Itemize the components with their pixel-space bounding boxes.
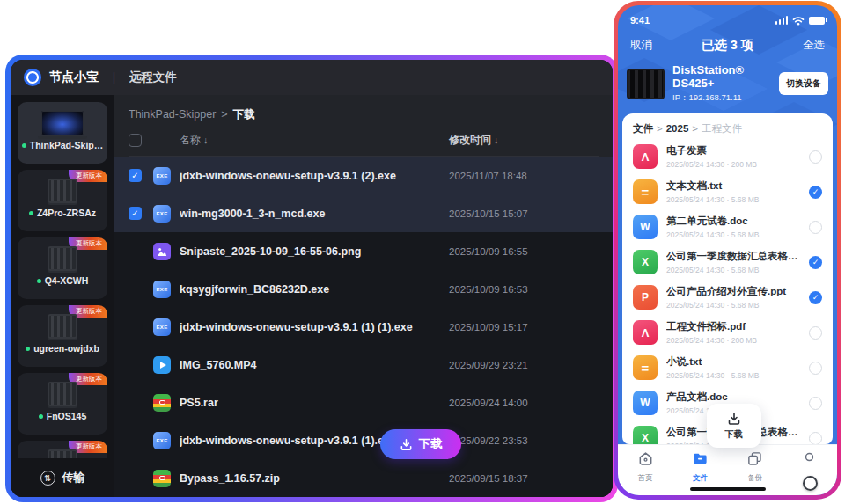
- table-row[interactable]: EXEjdxb-windows-onewu-setup-v3.9.1 (1) (…: [114, 308, 613, 346]
- breadcrumb-item[interactable]: 2025: [666, 123, 689, 134]
- row-checkbox-checked[interactable]: ✓: [129, 207, 142, 220]
- list-item[interactable]: W第二单元试卷.doc2025/05/24 14:30 · 5.68 MB: [622, 209, 833, 245]
- transfer-label: 传输: [62, 470, 85, 486]
- online-dot-icon: [37, 279, 41, 283]
- device-card[interactable]: 更新版本ugreen-owjdxb: [18, 305, 107, 367]
- home-indicator: [690, 487, 766, 491]
- checkbox-unchecked[interactable]: [809, 221, 822, 234]
- file-meta: 2025/05/24 14:30 · 5.68 MB: [666, 230, 800, 239]
- column-header-mtime[interactable]: 修改时间↓: [449, 133, 599, 148]
- file-name: 小说.txt: [666, 355, 800, 369]
- table-row[interactable]: EXEjdxb-windows-onewu-setup-v3.9.1 (1).e…: [114, 421, 613, 459]
- cancel-button[interactable]: 取消: [630, 38, 652, 53]
- select-all-checkbox[interactable]: [129, 134, 142, 147]
- switch-device-button[interactable]: 切换设备: [779, 72, 828, 95]
- list-item[interactable]: =小说.txt2025/05/24 14:30 · 5.68 MB: [622, 350, 833, 385]
- breadcrumb-parent[interactable]: ThinkPad-Skipper: [129, 108, 216, 121]
- txt-file-icon: =: [633, 179, 658, 204]
- breadcrumb-separator: >: [221, 108, 227, 121]
- file-meta: 2025/05/24 14:30 · 5.68 MB: [666, 371, 800, 380]
- file-name: 文本文档.txt: [666, 179, 800, 193]
- file-mtime: 2025/10/09 15:17: [449, 322, 599, 332]
- list-item[interactable]: Λ电子发票2025/05/24 14:30 · 200 MB: [622, 139, 833, 174]
- breadcrumb-current: 下载: [233, 107, 255, 122]
- file-pane: ThinkPad-Skipper > 下载 名称↓ 修改时间↓: [114, 95, 613, 497]
- table-row[interactable]: ✓EXEjdxb-windows-onewu-setup-v3.9.1 (2).…: [114, 157, 613, 194]
- device-card[interactable]: 更新版本Z4Pro-ZRSAz: [18, 170, 107, 231]
- tab-home[interactable]: 首页: [622, 450, 668, 484]
- checkbox-unchecked[interactable]: [809, 150, 822, 164]
- row-checkbox-checked[interactable]: ✓: [129, 169, 142, 182]
- table-row[interactable]: IMG_5760.MP42025/09/29 23:21: [114, 346, 613, 383]
- backup-icon: [746, 450, 763, 471]
- exe-file-icon: EXE: [153, 167, 171, 185]
- phone-breadcrumb: 文件>2025>工程文件: [622, 113, 833, 139]
- status-time: 9:41: [630, 15, 650, 26]
- table-row[interactable]: Snipaste_2025-10-09_16-55-06.png2025/10/…: [114, 232, 613, 270]
- tab-folder[interactable]: 文件: [677, 450, 723, 484]
- phone-frame: 9:41 取消 已选 3 项 全选 Di: [614, 1, 841, 500]
- checkbox-checked[interactable]: ✓: [809, 291, 822, 304]
- file-name: IMG_5760.MP4: [180, 359, 449, 371]
- breadcrumb: ThinkPad-Skipper > 下载: [129, 104, 599, 125]
- online-dot-icon: [39, 414, 43, 419]
- device-name: DiskStation® DS425+: [672, 63, 771, 90]
- file-mtime: 2025/10/09 16:53: [449, 284, 599, 295]
- tab-backup[interactable]: 备份: [732, 450, 778, 484]
- device-card[interactable]: 更新版本Q4-XCWH: [18, 237, 107, 299]
- title-divider: ｜: [108, 69, 120, 85]
- pdf-file-icon: Λ: [633, 320, 658, 345]
- profile-icon: [801, 450, 818, 471]
- desktop-window: 节点小宝 ｜ 远程文件 ThinkPad-Skip…更新版本Z4Pro-ZRSA…: [11, 60, 613, 497]
- phone-download-button[interactable]: 下载: [707, 404, 761, 448]
- file-meta: 2025/05/24 14:30 · 5.68 MB: [666, 195, 800, 204]
- table-row[interactable]: ✓EXEwin-mg3000-1_3-n_mcd.exe2025/10/15 1…: [114, 194, 613, 232]
- app-logo-icon: [23, 68, 42, 87]
- checkbox-checked[interactable]: ✓: [809, 186, 822, 199]
- xls-file-icon: X: [633, 426, 658, 444]
- titlebar: 节点小宝 ｜ 远程文件: [11, 60, 613, 95]
- file-name: 公司第一季度数据汇总表格.xls: [666, 250, 800, 263]
- file-mtime: 2025/10/15 15:07: [449, 208, 599, 219]
- list-item[interactable]: Λ工程文件招标.pdf2025/05/24 14:30 · 200 MB: [622, 315, 833, 350]
- nas-thumbnail-icon: [48, 246, 77, 271]
- select-all-button[interactable]: 全选: [803, 38, 825, 53]
- zip-file-icon: [153, 470, 171, 487]
- laptop-thumbnail-icon: [41, 111, 84, 135]
- device-card[interactable]: 更新版本FnOS145: [18, 373, 107, 435]
- file-name: kqsygjforwin_BC86232D.exe: [180, 283, 449, 296]
- breadcrumb-item-current: 工程文件: [702, 123, 742, 134]
- file-mtime: 2025/10/09 16:55: [449, 246, 599, 257]
- sidebar-item-transfer[interactable]: ⇅ 传输: [11, 458, 114, 497]
- checkbox-unchecked[interactable]: [809, 432, 822, 445]
- nas-device-image: [627, 69, 665, 99]
- device-card[interactable]: ThinkPad-Skip…: [18, 102, 107, 164]
- exe-file-icon: EXE: [153, 281, 171, 298]
- table-row[interactable]: Bypass_1.16.57.zip2025/09/15 18:37: [114, 459, 613, 497]
- device-name: ThinkPad-Skip…: [18, 140, 107, 150]
- file-name: 第二单元试卷.doc: [666, 215, 800, 228]
- file-meta: 2025/05/24 14:30 · 5.68 MB: [666, 266, 800, 274]
- rar-file-icon: [153, 394, 171, 412]
- list-item[interactable]: P公司产品介绍对外宣传.ppt2025/05/24 14:30 · 5.68 M…: [622, 280, 833, 315]
- list-item[interactable]: =文本文档.txt2025/05/24 14:30 · 5.68 MB✓: [622, 174, 833, 209]
- table-row[interactable]: PS5.rar2025/09/24 14:00: [114, 383, 613, 421]
- selection-bar: 取消 已选 3 项 全选: [618, 28, 837, 59]
- file-mtime: 2025/09/24 14:00: [449, 398, 599, 408]
- checkbox-unchecked[interactable]: [809, 326, 822, 340]
- list-item[interactable]: X公司第一季度数据汇总表格.xls2025/05/24 14:30 · 5.68…: [622, 245, 833, 280]
- checkbox-unchecked[interactable]: [809, 397, 822, 410]
- download-button[interactable]: 下载: [380, 429, 461, 459]
- table-row[interactable]: EXEkqsygjforwin_BC86232D.exe2025/10/09 1…: [114, 270, 613, 308]
- file-meta: 2025/05/24 14:30 · 5.68 MB: [666, 301, 800, 310]
- checkbox-checked[interactable]: ✓: [809, 256, 822, 269]
- download-icon: [400, 438, 413, 451]
- breadcrumb-item[interactable]: 文件: [633, 123, 653, 134]
- ppt-file-icon: P: [633, 285, 658, 310]
- device-list: ThinkPad-Skip…更新版本Z4Pro-ZRSAz更新版本Q4-XCWH…: [18, 102, 107, 497]
- tab-profile[interactable]: [787, 450, 833, 473]
- column-header-name[interactable]: 名称↓: [180, 133, 449, 148]
- sort-arrow-icon: ↓: [494, 135, 499, 145]
- checkbox-unchecked[interactable]: [809, 362, 822, 375]
- signal-icon: [775, 16, 789, 25]
